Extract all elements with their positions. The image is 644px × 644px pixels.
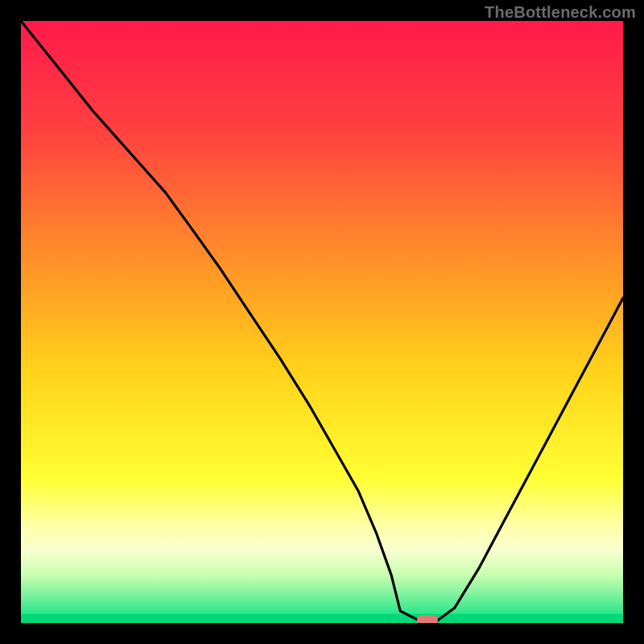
gradient-background [21,21,623,623]
watermark-text: TheBottleneck.com [485,3,636,22]
bottom-green-band [21,614,623,623]
plot-area [21,21,623,623]
optimal-marker [417,615,438,623]
chart-svg [21,21,623,623]
chart-frame: TheBottleneck.com [0,0,644,644]
